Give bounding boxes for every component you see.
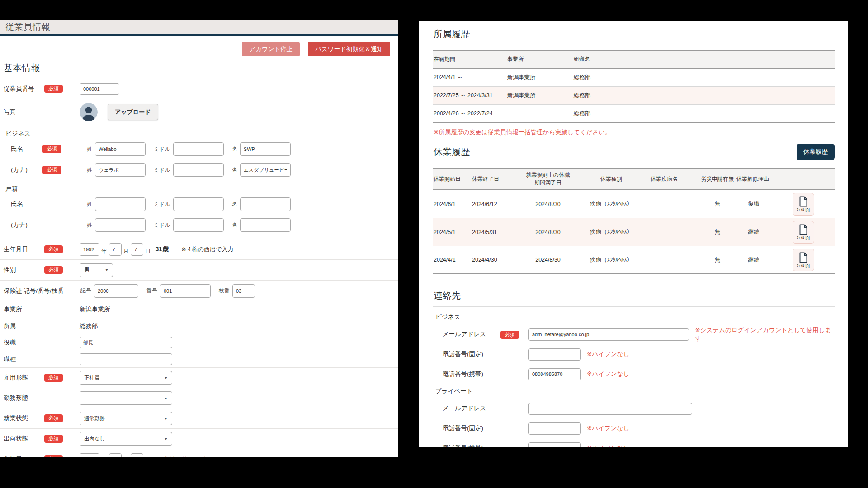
middle-label: ミドル	[154, 166, 170, 174]
required-badge: 必須	[500, 331, 519, 339]
office-cell: 新潟事業所	[506, 72, 573, 83]
page-title: 従業員情報	[5, 21, 51, 33]
col-header: 就業規則上の休職期間満了日	[523, 169, 573, 188]
sei-label: 姓	[87, 166, 92, 174]
office-cell: 新潟事業所	[506, 90, 573, 101]
private-email-input[interactable]	[528, 403, 692, 415]
work-status-select[interactable]: 通常勤務 ▼	[80, 412, 172, 425]
birth-year-input[interactable]	[80, 243, 99, 256]
koseki-mei-input[interactable]	[240, 197, 291, 211]
employee-number-input[interactable]	[80, 83, 119, 95]
gender-label: 性別	[4, 266, 44, 274]
work-status-label: 就業状態	[4, 414, 44, 422]
upload-button[interactable]: アップロード	[108, 104, 158, 120]
secondment-select[interactable]: 出向なし ▼	[80, 432, 172, 446]
hire-date-row: 入社日 必須 年 月 日 ※入社日前にログインすることはできません。	[0, 449, 398, 457]
file-button[interactable]: ﾌｧｲﾙ [0]	[793, 221, 814, 244]
mei-label: 名	[232, 145, 237, 153]
koseki-group-heading: 戸籍	[5, 185, 398, 193]
month-unit: 月	[123, 248, 129, 255]
department-label: 所属	[4, 322, 44, 330]
leave-type-cell: 疾病（ﾒﾝﾀﾙﾍﾙｽ）	[573, 254, 650, 266]
required-badge: 必須	[44, 435, 63, 443]
table-row: 2022/7/25 ～ 2024/3/31 新潟事業所 総務部	[433, 87, 835, 105]
leave-type-cell: 疾病（ﾒﾝﾀﾙﾍﾙｽ）	[573, 226, 650, 238]
col-header: 休業開始日	[433, 174, 471, 185]
insurance-row: 保険証 記号/番号/枝番 記号 番号 枝番	[0, 281, 398, 301]
sei-label: 姓	[87, 221, 92, 229]
business-kana-mei-input[interactable]	[240, 163, 291, 177]
job-type-input[interactable]	[80, 353, 172, 365]
hire-month-input[interactable]	[109, 453, 122, 457]
business-sei-input[interactable]	[95, 142, 146, 156]
mei-label: 名	[232, 166, 237, 174]
document-icon	[799, 252, 808, 263]
employment-type-row: 雇用形態 必須 正社員 ▼	[0, 368, 398, 388]
age-text: 31歳	[156, 245, 169, 253]
document-icon	[799, 196, 808, 207]
private-phone-fixed-input[interactable]	[528, 422, 581, 435]
insurance-kigo-input[interactable]	[94, 284, 138, 298]
middle-label: ミドル	[154, 145, 170, 153]
chevron-down-icon: ▼	[164, 417, 168, 420]
work-status-row: 就業状態 必須 通常勤務 ▼	[0, 408, 398, 429]
file-button[interactable]: ﾌｧｲﾙ [0]	[793, 249, 814, 271]
rosai-cell: 無	[699, 198, 736, 210]
koseki-sei-input[interactable]	[95, 197, 146, 211]
birth-date-label: 生年月日	[4, 245, 44, 253]
table-row: 2024/6/1 2024/6/12 2024/8/30 疾病（ﾒﾝﾀﾙﾍﾙｽ）…	[433, 190, 835, 218]
affiliation-table-header: 在籍期間 事業所 組織名	[433, 50, 835, 69]
start-date-cell: 2024/6/1	[433, 199, 471, 209]
koseki-kana-mei-input[interactable]	[240, 218, 291, 232]
required-badge: 必須	[44, 245, 63, 253]
password-reset-button[interactable]: パスワード初期化＆通知	[308, 42, 390, 56]
business-name-group: ビジネス 氏名 必須 姓 ミドル 名 (カナ) 必須 姓 ミドル 名	[0, 130, 398, 180]
employee-number-label: 従業員番号	[4, 85, 44, 93]
col-header: 在籍期間	[433, 54, 506, 65]
business-email-input[interactable]	[528, 328, 689, 341]
mei-label: 名	[232, 221, 237, 229]
birth-day-input[interactable]	[131, 243, 143, 256]
koseki-kana-sei-input[interactable]	[95, 218, 146, 232]
koseki-name-group: 戸籍 氏名 姓 ミドル 名 (カナ) 姓 ミドル 名	[0, 185, 398, 239]
chevron-down-icon: ▼	[164, 396, 168, 400]
col-header: 組織名	[573, 54, 835, 65]
table-row: 2024/4/1 2024/4/30 2024/8/30 疾病（ﾒﾝﾀﾙﾍﾙｽ）…	[433, 246, 835, 274]
kigo-label: 記号	[80, 287, 91, 295]
business-kana-sei-input[interactable]	[95, 163, 146, 177]
hire-day-input[interactable]	[131, 453, 143, 457]
required-badge: 必須	[44, 455, 63, 457]
hire-year-input[interactable]	[80, 453, 99, 457]
business-mei-input[interactable]	[240, 142, 291, 156]
business-kana-row: (カナ) 必須 姓 ミドル 名	[0, 160, 398, 180]
insurance-edaban-input[interactable]	[232, 284, 255, 298]
sei-label: 姓	[87, 145, 92, 153]
business-phone-mobile-input[interactable]	[528, 368, 581, 380]
day-unit: 日	[145, 248, 151, 255]
employment-type-select[interactable]: 正社員 ▼	[80, 371, 172, 385]
leave-history-button[interactable]: 休業履歴	[797, 144, 835, 160]
required-badge: 必須	[42, 166, 61, 174]
contact-heading: 連絡先	[433, 290, 835, 302]
private-phone-mobile-row: 電話番号(携帯) ※ハイフンなし	[443, 441, 835, 447]
required-badge: 必須	[44, 266, 63, 274]
col-header: 休業疾病名	[650, 174, 699, 185]
hire-date-note: ※入社日前にログインすることはできません。	[159, 455, 283, 457]
birth-month-input[interactable]	[109, 243, 122, 256]
file-button[interactable]: ﾌｧｲﾙ [0]	[793, 193, 814, 216]
position-input[interactable]	[80, 337, 172, 348]
business-middle-input[interactable]	[173, 142, 224, 156]
business-phone-fixed-input[interactable]	[528, 348, 581, 361]
file-button-label: ﾌｧｲﾙ [0]	[797, 235, 810, 240]
private-phone-mobile-input[interactable]	[528, 442, 581, 448]
insurance-bango-input[interactable]	[160, 284, 211, 298]
phone-mobile-label: 電話番号(携帯)	[443, 444, 500, 447]
gender-select[interactable]: 男 ▼	[80, 263, 113, 277]
koseki-kana-middle-input[interactable]	[173, 218, 224, 232]
release-reason-cell: 継続	[736, 254, 772, 266]
koseki-middle-input[interactable]	[173, 197, 224, 211]
suspend-account-button[interactable]: アカウント停止	[242, 42, 300, 56]
business-kana-middle-input[interactable]	[173, 163, 224, 177]
col-header: 休業解除理由	[736, 174, 772, 185]
work-style-select[interactable]: ▼	[80, 391, 172, 405]
